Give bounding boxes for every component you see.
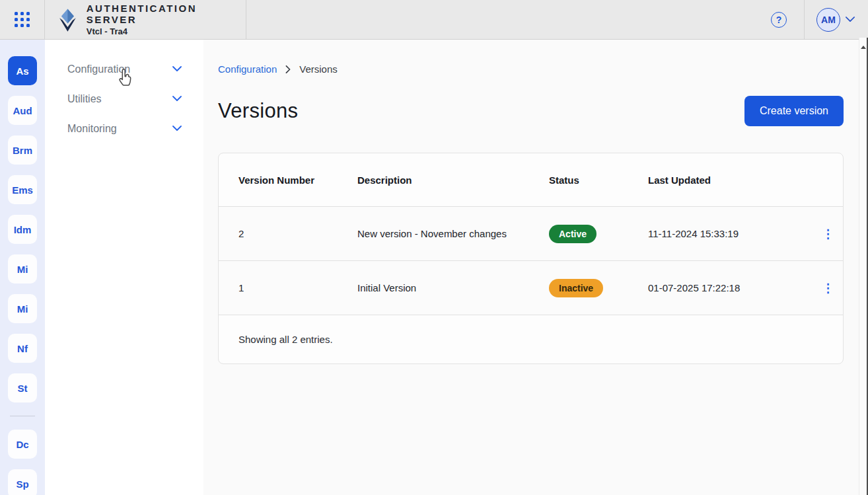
chevron-down-icon	[172, 96, 182, 102]
cell-last-updated: 01-07-2025 17:22:18	[648, 282, 813, 293]
help-icon: ?	[776, 15, 782, 25]
breadcrumb: Configuration Versions	[218, 63, 844, 75]
row-actions-kebab-icon[interactable]: ⋮	[817, 225, 840, 243]
table-row: 2 New version - November changes Active …	[219, 206, 843, 260]
status-badge: Active	[549, 225, 597, 243]
page-scrollbar[interactable]	[859, 38, 868, 495]
rail-item-ems[interactable]: Ems	[8, 175, 37, 204]
sidebar-item-label: Utilities	[67, 93, 102, 105]
avatar: AM	[816, 8, 840, 32]
cell-description: New version - November changes	[357, 228, 549, 239]
cell-version-number: 2	[238, 228, 357, 239]
cell-last-updated: 11-11-2024 15:33:19	[648, 228, 813, 239]
column-header-version-number: Version Number	[238, 174, 357, 186]
status-badge: Inactive	[549, 279, 603, 297]
column-header-status: Status	[549, 174, 648, 186]
rail-item-mi-1[interactable]: Mi	[8, 254, 37, 284]
top-header: AUTHENTICATION SERVER Vtcl - Tra4 ? AM	[0, 0, 868, 40]
sidebar-nav: Configuration Utilities Monitoring	[45, 40, 203, 495]
versions-table: Version Number Description Status Last U…	[218, 153, 844, 364]
sidebar-item-label: Monitoring	[67, 123, 117, 135]
breadcrumb-current: Versions	[299, 63, 338, 75]
rail-item-nf[interactable]: Nf	[8, 334, 37, 363]
main-content: Configuration Versions Versions Create v…	[203, 40, 868, 495]
rail-item-as[interactable]: As	[8, 56, 37, 85]
cell-description: Initial Version	[357, 282, 549, 293]
column-header-description: Description	[357, 174, 549, 186]
chevron-down-icon	[172, 126, 182, 132]
sidebar-item-monitoring[interactable]: Monitoring	[45, 114, 203, 143]
breadcrumb-link-configuration[interactable]: Configuration	[218, 63, 277, 75]
table-entries-summary: Showing all 2 entries.	[219, 315, 843, 363]
app-subtitle: Vtcl - Tra4	[87, 26, 246, 36]
rail-item-mi-2[interactable]: Mi	[8, 294, 37, 323]
rail-item-aud[interactable]: Aud	[8, 96, 37, 125]
rail-item-st[interactable]: St	[8, 373, 37, 402]
module-rail: As Aud Brm Ems Idm Mi Mi Nf St Dc Sp	[0, 40, 45, 495]
app-title: AUTHENTICATION SERVER	[87, 3, 246, 25]
rail-item-brm[interactable]: Brm	[8, 135, 37, 165]
rail-item-idm[interactable]: Idm	[8, 215, 37, 244]
app-launcher-button[interactable]	[0, 0, 45, 39]
sidebar-item-label: Configuration	[67, 63, 130, 75]
table-row: 1 Initial Version Inactive 01-07-2025 17…	[219, 260, 843, 315]
rail-item-dc[interactable]: Dc	[8, 430, 37, 459]
cell-version-number: 1	[238, 282, 357, 293]
scroll-up-arrow-icon[interactable]	[861, 46, 866, 49]
chevron-right-icon	[285, 65, 291, 73]
create-version-button[interactable]: Create version	[744, 96, 844, 126]
sidebar-item-configuration[interactable]: Configuration	[45, 54, 203, 84]
page-title: Versions	[218, 99, 298, 123]
app-grid-icon	[15, 12, 30, 27]
table-header-row: Version Number Description Status Last U…	[219, 153, 843, 206]
account-menu[interactable]: AM	[805, 0, 868, 39]
row-actions-kebab-icon[interactable]: ⋮	[817, 280, 840, 297]
brand: AUTHENTICATION SERVER Vtcl - Tra4	[45, 0, 246, 39]
app-logo-icon	[57, 8, 79, 32]
help-button[interactable]: ?	[771, 12, 787, 28]
chevron-down-icon	[846, 17, 855, 22]
column-header-last-updated: Last Updated	[648, 174, 813, 186]
chevron-down-icon	[172, 66, 182, 72]
rail-item-sp[interactable]: Sp	[8, 469, 37, 495]
rail-divider	[10, 416, 35, 416]
sidebar-item-utilities[interactable]: Utilities	[45, 84, 203, 114]
